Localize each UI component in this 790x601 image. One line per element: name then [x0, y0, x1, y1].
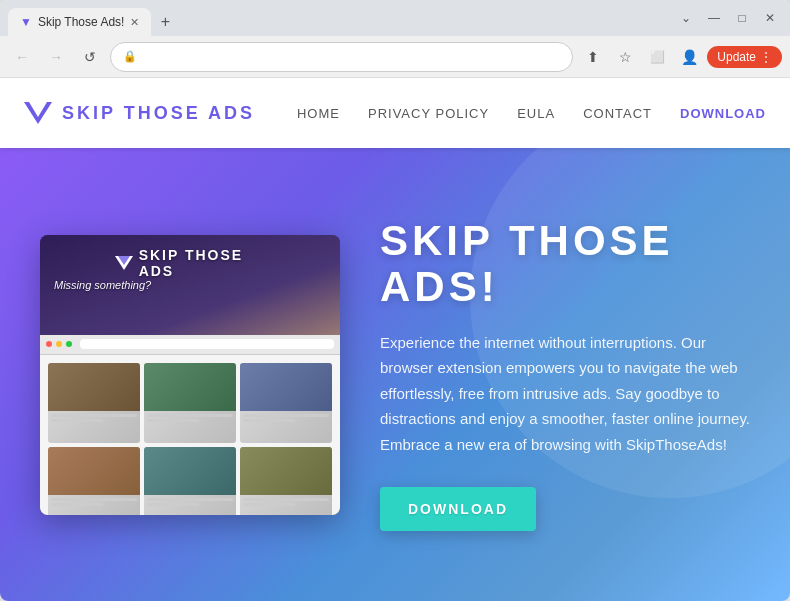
- hero-download-button[interactable]: DOWNLOAD: [380, 487, 536, 531]
- hero-image-title: SKIP THOSE ADS: [139, 247, 265, 279]
- update-label: Update: [717, 50, 756, 64]
- hero-description: Experience the internet without interrup…: [380, 330, 750, 458]
- share-icon: ⬆: [587, 49, 599, 65]
- update-more-icon: ⋮: [760, 50, 772, 64]
- update-button[interactable]: Update ⋮: [707, 46, 782, 68]
- logo-text: SKIP THOSE ADS: [62, 103, 255, 124]
- new-tab-icon: +: [161, 13, 170, 31]
- close-icon: ✕: [765, 11, 775, 25]
- site-header: SKIP THOSE ADS Home Privacy Policy EULA …: [0, 78, 790, 148]
- mock-news-grid: [40, 355, 340, 515]
- maximize-button[interactable]: □: [730, 6, 754, 30]
- profile-button[interactable]: 👤: [675, 43, 703, 71]
- refresh-button[interactable]: ↺: [76, 43, 104, 71]
- back-button[interactable]: ←: [8, 43, 36, 71]
- hero-image: SKIP THOSE ADS Missing something?: [40, 235, 340, 515]
- nav-contact[interactable]: Contact: [583, 106, 652, 121]
- lock-icon: 🔒: [123, 50, 137, 63]
- tab-favicon: ▼: [20, 15, 32, 29]
- forward-icon: →: [49, 49, 63, 65]
- close-button[interactable]: ✕: [758, 6, 782, 30]
- mock-card: [240, 447, 332, 515]
- hero-image-header: SKIP THOSE ADS: [115, 247, 265, 279]
- bookmark-button[interactable]: ☆: [611, 43, 639, 71]
- mock-card: [144, 363, 236, 443]
- tab-close-button[interactable]: ✕: [130, 16, 139, 29]
- back-icon: ←: [15, 49, 29, 65]
- hero-content: SKIP THOSE ADS! Experience the internet …: [380, 218, 750, 532]
- hero-image-mock: [40, 335, 340, 515]
- nav-home[interactable]: Home: [297, 106, 340, 121]
- chevron-down-button[interactable]: ⌄: [674, 6, 698, 30]
- refresh-icon: ↺: [84, 49, 96, 65]
- share-button[interactable]: ⬆: [579, 43, 607, 71]
- title-bar: ▼ Skip Those Ads! ✕ + ⌄ — □ ✕: [0, 0, 790, 36]
- nav-eula[interactable]: EULA: [517, 106, 555, 121]
- extensions-icon: ⬜: [650, 50, 665, 64]
- chevron-down-icon: ⌄: [681, 11, 691, 25]
- navigation-bar: ← → ↺ 🔒 ⬆ ☆ ⬜ 👤 Update: [0, 36, 790, 78]
- hero-title: SKIP THOSE ADS!: [380, 218, 750, 310]
- window-controls: ⌄ — □ ✕: [674, 6, 782, 30]
- mock-card: [48, 363, 140, 443]
- profile-icon: 👤: [681, 49, 698, 65]
- hero-section: SKIP THOSE ADS Missing something?: [0, 148, 790, 601]
- maximize-icon: □: [738, 11, 745, 25]
- new-tab-button[interactable]: +: [151, 8, 179, 36]
- forward-button[interactable]: →: [42, 43, 70, 71]
- site-logo: SKIP THOSE ADS: [24, 102, 255, 124]
- nav-actions: ⬆ ☆ ⬜ 👤 Update ⋮: [579, 43, 782, 71]
- tab-bar: ▼ Skip Those Ads! ✕ +: [8, 0, 670, 36]
- mock-card: [144, 447, 236, 515]
- website: SKIP THOSE ADS Home Privacy Policy EULA …: [0, 78, 790, 601]
- address-bar[interactable]: 🔒: [110, 42, 573, 72]
- site-navigation: Home Privacy Policy EULA Contact DOWNLOA…: [297, 106, 766, 121]
- active-tab[interactable]: ▼ Skip Those Ads! ✕: [8, 8, 151, 36]
- tab-title: Skip Those Ads!: [38, 15, 125, 29]
- extensions-button[interactable]: ⬜: [643, 43, 671, 71]
- nav-privacy[interactable]: Privacy Policy: [368, 106, 489, 121]
- mock-card: [48, 447, 140, 515]
- star-icon: ☆: [619, 49, 632, 65]
- nav-download[interactable]: DOWNLOAD: [680, 106, 766, 121]
- minimize-icon: —: [708, 11, 720, 25]
- mock-card: [240, 363, 332, 443]
- browser-window: ▼ Skip Those Ads! ✕ + ⌄ — □ ✕ ←: [0, 0, 790, 601]
- hero-image-subtitle: Missing something?: [54, 279, 151, 291]
- minimize-button[interactable]: —: [702, 6, 726, 30]
